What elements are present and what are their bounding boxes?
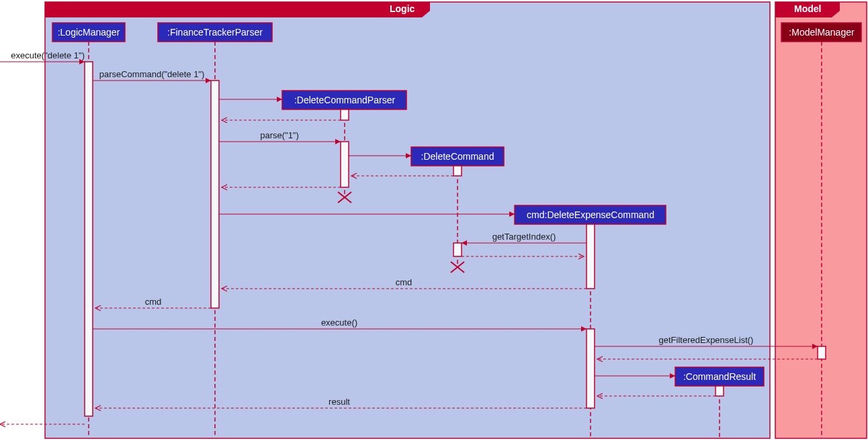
participant-deletecommandparser-label: :DeleteCommandParser <box>294 95 396 105</box>
activation-modelmanager <box>818 346 826 359</box>
participant-financetrackerparser-label: :FinanceTrackerParser <box>167 27 263 38</box>
msg-return-cmd2-label: cmd <box>145 297 162 307</box>
msg-getfilteredexpenselist-label: getFilteredExpenseList() <box>659 335 754 345</box>
activation-deletecommand-2 <box>453 243 462 256</box>
participant-modelmanager-label: :ModelManager <box>789 27 855 38</box>
participant-logicmanager-label: :LogicManager <box>58 27 120 38</box>
msg-execute-in-label: execute("delete 1") <box>11 50 85 60</box>
msg-return-cmd1-label: cmd <box>396 277 413 287</box>
activation-deletecommandparser-2 <box>341 142 349 187</box>
msg-return-result-label: result <box>329 397 350 407</box>
sequence-diagram: Logic Model :LogicManager :FinanceTracke… <box>0 0 868 441</box>
frame-model-label: Model <box>794 3 821 14</box>
msg-gettargetindex-label: getTargetIndex() <box>492 232 556 242</box>
frame-logic-label: Logic <box>390 3 415 14</box>
msg-parse-label: parse("1") <box>260 130 299 140</box>
msg-parsecommand-label: parseCommand("delete 1") <box>99 69 205 79</box>
activation-deletecommandparser-1 <box>341 109 349 120</box>
msg-execute-label: execute() <box>321 317 357 328</box>
activation-deleteexpensecommand-2 <box>587 329 595 408</box>
activation-logicmanager <box>85 62 93 416</box>
participant-deletecommand-label: :DeleteCommand <box>421 151 494 162</box>
participant-deleteexpensecommand-label: cmd:DeleteExpenseCommand <box>527 209 654 220</box>
frame-logic-label-bg <box>45 2 430 17</box>
participant-commandresult-label: :CommandResult <box>683 371 756 382</box>
activation-deleteexpensecommand-1 <box>587 224 595 289</box>
activation-financetrackerparser <box>211 81 219 308</box>
frame-model <box>775 2 867 438</box>
activation-commandresult <box>715 386 724 396</box>
activation-deletecommand-1 <box>453 166 462 176</box>
